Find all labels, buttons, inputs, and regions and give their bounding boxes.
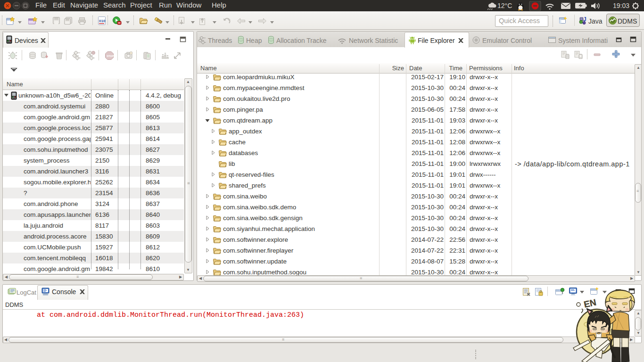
svg-text:12°C: 12°C	[497, 2, 512, 9]
svg-text:EN: EN	[583, 297, 597, 310]
svg-text:J: J	[583, 16, 586, 23]
svg-text:19:03: 19:03	[613, 2, 629, 9]
svg-text:STOP: STOP	[107, 55, 114, 58]
svg-text:010: 010	[99, 19, 106, 23]
